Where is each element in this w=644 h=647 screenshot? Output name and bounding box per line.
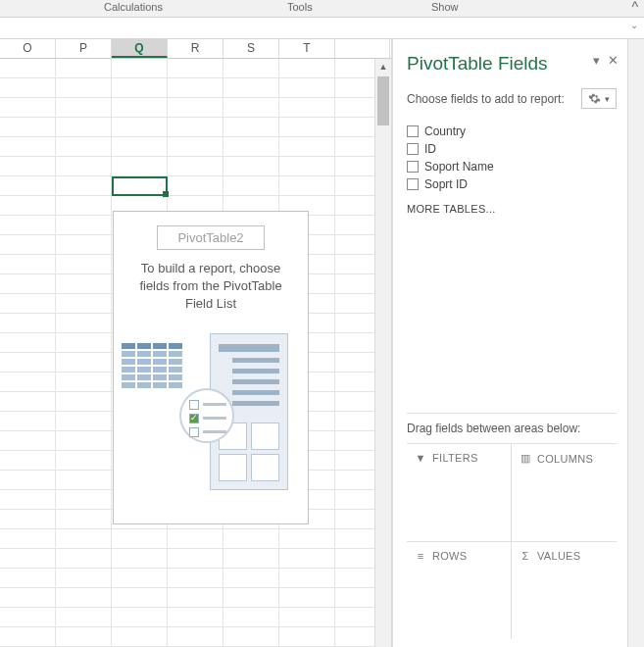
pane-close-icon[interactable]: ✕: [608, 53, 619, 68]
pivottable-fields-pane: ▾ ✕ PivotTable Fields Choose fields to a…: [392, 39, 644, 647]
column-header-O[interactable]: O: [0, 39, 56, 58]
field-label: Soprt ID: [424, 177, 468, 191]
area-columns-label: COLUMNS: [537, 453, 593, 465]
gear-icon: [588, 92, 601, 105]
scrollbar-thumb[interactable]: [377, 76, 389, 125]
ribbon-group-tools: Tools: [287, 1, 313, 13]
column-header-R[interactable]: R: [168, 39, 223, 58]
area-filters[interactable]: ▼FILTERS: [407, 444, 512, 542]
ribbon-collapse-icon[interactable]: ^: [631, 0, 638, 15]
formula-bar[interactable]: ⌄: [0, 18, 644, 39]
area-rows[interactable]: ≡ROWS: [407, 542, 512, 640]
column-headers: O P Q R S T: [0, 39, 391, 59]
column-header-blank[interactable]: [335, 39, 390, 58]
field-item-country[interactable]: Country: [407, 123, 617, 140]
choose-fields-label: Choose fields to add to report:: [407, 92, 565, 106]
values-icon: Σ: [520, 550, 531, 562]
scroll-up-icon[interactable]: ▲: [375, 59, 391, 75]
pane-title: PivotTable Fields: [407, 53, 617, 75]
field-label: Soport Name: [424, 160, 494, 174]
ribbon-group-calculations: Calculations: [104, 1, 163, 13]
grid-vertical-scrollbar[interactable]: ▲: [374, 59, 391, 647]
filter-icon: ▼: [415, 452, 426, 464]
pivot-placeholder-title: PivotTable2: [157, 225, 264, 250]
formula-bar-expand-icon[interactable]: ⌄: [630, 20, 638, 30]
pivot-placeholder-illustration: [125, 339, 296, 496]
area-columns[interactable]: ▥COLUMNS: [512, 444, 617, 542]
checkbox-icon[interactable]: [407, 125, 419, 137]
pivot-placeholder[interactable]: PivotTable2 To build a report, choose fi…: [113, 211, 309, 524]
field-item-soport-name[interactable]: Soport Name: [407, 158, 617, 175]
fields-layout-button[interactable]: ▾: [581, 88, 617, 109]
column-header-S[interactable]: S: [223, 39, 279, 58]
ribbon-group-labels: Calculations Tools Show ^: [0, 0, 644, 18]
field-item-id[interactable]: ID: [407, 140, 617, 158]
field-item-soprt-id[interactable]: Soprt ID: [407, 175, 617, 193]
ribbon-group-show: Show: [431, 1, 459, 13]
column-header-P[interactable]: P: [56, 39, 112, 58]
checkbox-icon[interactable]: [407, 161, 419, 173]
columns-icon: ▥: [520, 452, 531, 465]
worksheet-grid[interactable]: O P Q R S T: [0, 39, 392, 647]
rows-icon: ≡: [415, 550, 426, 562]
drag-fields-label: Drag fields between areas below:: [407, 413, 617, 435]
pivot-placeholder-message: To build a report, choose fields from th…: [125, 260, 296, 314]
pane-vertical-scrollbar[interactable]: [627, 39, 644, 647]
more-tables-link[interactable]: MORE TABLES...: [407, 203, 617, 215]
checkbox-icon[interactable]: [407, 143, 419, 155]
area-filters-label: FILTERS: [432, 452, 478, 464]
pane-dropdown-icon[interactable]: ▾: [593, 53, 600, 68]
column-header-T[interactable]: T: [279, 39, 335, 58]
area-values[interactable]: ΣVALUES: [512, 542, 617, 640]
column-header-Q[interactable]: Q: [112, 39, 168, 58]
area-values-label: VALUES: [537, 550, 580, 562]
field-label: ID: [424, 142, 436, 156]
field-list: Country ID Soport Name Soprt ID: [407, 123, 617, 193]
field-label: Country: [424, 124, 466, 138]
chevron-down-icon: ▾: [605, 94, 610, 104]
area-rows-label: ROWS: [432, 550, 467, 562]
checkbox-icon[interactable]: [407, 178, 419, 190]
pivot-areas: ▼FILTERS ▥COLUMNS ≡ROWS ΣVALUES: [407, 443, 617, 639]
